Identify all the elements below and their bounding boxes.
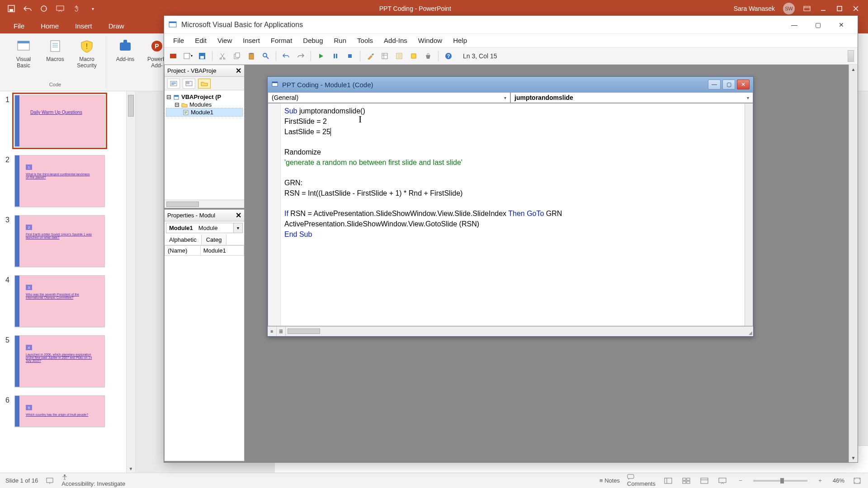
tree-module1[interactable]: Module1 [166, 108, 242, 116]
menu-run[interactable]: Run [330, 35, 351, 46]
menu-help[interactable]: Help [448, 35, 472, 46]
ribbon-options-icon[interactable] [803, 5, 811, 13]
tb-run-icon[interactable] [316, 51, 326, 61]
vba-maximize-button[interactable]: ▢ [806, 17, 830, 33]
properties-grid[interactable]: (Name) Module1 [165, 245, 244, 461]
props-tab-categorized[interactable]: Categ [202, 235, 227, 245]
slide-thumbnail-6[interactable]: 5 Which country has the origin of Inuit … [14, 395, 105, 427]
code-hscroll[interactable] [286, 327, 745, 336]
tab-home[interactable]: Home [33, 19, 67, 33]
tb-find-icon[interactable] [260, 51, 271, 61]
menu-insert[interactable]: Insert [238, 35, 264, 46]
tree-minus-icon[interactable]: ⊟ [175, 101, 179, 108]
redo-icon[interactable] [40, 5, 48, 13]
tb-break-icon[interactable] [330, 51, 341, 61]
mdi-vscroll[interactable]: ▲ ▼ [849, 65, 858, 462]
zoom-percent[interactable]: 46% [833, 477, 844, 484]
visual-basic-button[interactable]: Visual Basic [9, 36, 38, 81]
menu-debug[interactable]: Debug [298, 35, 327, 46]
properties-pane-close-icon[interactable]: ✕ [236, 211, 241, 220]
props-tab-alphabetic[interactable]: Alphabetic [165, 235, 202, 245]
tb-view-ppt-icon[interactable] [168, 51, 179, 61]
code-vscroll[interactable] [745, 103, 753, 326]
slide-thumbnail-5[interactable]: 4 Launched in 2006, which planetary expl… [14, 335, 105, 387]
object-combo[interactable]: (General)▾ [268, 92, 510, 103]
tab-draw[interactable]: Draw [100, 19, 132, 33]
chevron-down-icon[interactable]: ▾ [233, 223, 242, 233]
qat-more-icon[interactable]: ▾ [89, 5, 97, 13]
code-maximize-button[interactable]: ▢ [722, 80, 735, 89]
close-icon[interactable] [852, 5, 860, 13]
tb-object-browser-icon[interactable] [408, 51, 419, 61]
view-reading-icon[interactable] [699, 476, 710, 485]
undo-icon[interactable] [24, 5, 32, 13]
status-notes[interactable]: ≡ Notes [599, 477, 620, 484]
menu-window[interactable]: Window [414, 35, 447, 46]
zoom-in-icon[interactable]: + [815, 476, 826, 485]
menu-addins[interactable]: Add-Ins [379, 35, 412, 46]
tb-copy-icon[interactable] [231, 51, 242, 61]
tb-properties-icon[interactable] [394, 51, 405, 61]
project-pane-close-icon[interactable]: ✕ [236, 66, 241, 75]
vba-minimize-button[interactable]: — [783, 17, 806, 33]
slide-thumbnail-4[interactable]: 3 Who was the seventh President of the I… [14, 275, 105, 327]
tb-save-icon[interactable] [197, 51, 208, 61]
project-hscroll[interactable] [165, 200, 244, 208]
tb-cut-icon[interactable] [217, 51, 228, 61]
present-icon[interactable] [56, 5, 64, 13]
chevron-down-icon[interactable]: ▾ [504, 95, 506, 100]
maximize-icon[interactable] [835, 5, 844, 13]
vba-titlebar[interactable]: Microsoft Visual Basic for Applications … [164, 16, 858, 34]
view-object-icon[interactable] [183, 79, 195, 89]
scroll-down-icon[interactable]: ▼ [127, 465, 135, 473]
code-close-button[interactable]: ✕ [737, 80, 750, 89]
properties-object-combo[interactable]: Module1 Module ▾ [166, 223, 243, 233]
tb-project-icon[interactable] [379, 51, 390, 61]
chevron-down-icon[interactable]: ▾ [747, 95, 749, 100]
addins-button[interactable]: Add-ins [111, 36, 140, 81]
status-comments[interactable]: Comments [627, 474, 656, 487]
tb-reset-icon[interactable] [344, 51, 355, 61]
procedure-combo[interactable]: jumptorandomslide▾ [510, 92, 753, 103]
code-editor[interactable]: Sub jumptorandomslide() FirstSlide = 2I … [281, 103, 745, 326]
full-view-icon[interactable]: ☰ [277, 327, 286, 336]
macro-security-button[interactable]: ! Macro Security [72, 36, 101, 81]
slide-thumbnail-2[interactable]: 1 What is the third-largest continental … [14, 155, 105, 207]
tb-undo-icon[interactable] [281, 51, 292, 61]
scrollbar-thumb[interactable] [128, 95, 134, 117]
tb-design-icon[interactable] [365, 51, 376, 61]
project-tree[interactable]: ⊟ VBAProject (P ⊟ Modules Module1 [165, 90, 244, 200]
toggle-folders-icon[interactable] [198, 79, 211, 89]
user-name[interactable]: Sara Wanasek [734, 5, 775, 12]
slide-thumbnail-1[interactable]: Daily Warm Up Questions [14, 95, 105, 147]
view-sorter-icon[interactable] [681, 476, 692, 485]
code-minimize-button[interactable]: — [708, 80, 721, 89]
tb-paste-icon[interactable] [246, 51, 257, 61]
toolbar-grip[interactable] [848, 50, 854, 62]
prop-name-value[interactable]: Module1 [200, 246, 244, 256]
slide-thumbnail-3[interactable]: 2 First Earth orbiter Soviet Union's Spu… [14, 215, 105, 267]
view-code-icon[interactable] [167, 79, 180, 89]
tab-insert[interactable]: Insert [67, 19, 100, 33]
status-lang-icon[interactable] [46, 478, 53, 484]
menu-tools[interactable]: Tools [353, 35, 377, 46]
minimize-icon[interactable] [819, 5, 827, 13]
menu-edit[interactable]: Edit [190, 35, 211, 46]
macros-button[interactable]: Macros [41, 36, 70, 81]
tab-file[interactable]: File [5, 19, 33, 33]
proc-view-icon[interactable]: ≡ [268, 327, 277, 336]
zoom-slider[interactable] [753, 480, 807, 482]
scroll-up-icon[interactable]: ▲ [849, 65, 858, 74]
menu-file[interactable]: File [169, 35, 189, 46]
tb-insert-icon[interactable]: ▾ [182, 51, 193, 61]
tb-redo-icon[interactable] [295, 51, 306, 61]
tb-toolbox-icon[interactable] [423, 51, 434, 61]
touch-icon[interactable] [72, 5, 80, 13]
fit-to-window-icon[interactable] [852, 476, 863, 485]
tb-help-icon[interactable]: ? [443, 51, 454, 61]
project-pane-title[interactable]: Project - VBAProje ✕ [165, 65, 244, 77]
view-slideshow-icon[interactable] [717, 476, 728, 485]
vba-close-button[interactable]: ✕ [830, 17, 853, 33]
scroll-down-icon[interactable]: ▼ [849, 453, 858, 462]
tree-minus-icon[interactable]: ⊟ [166, 94, 171, 100]
